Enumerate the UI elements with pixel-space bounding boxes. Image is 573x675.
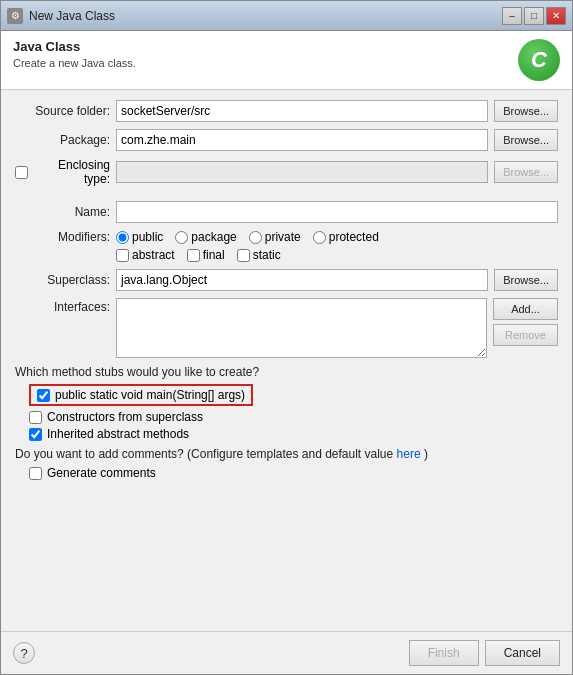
package-label: Package: [15,133,110,147]
enclosing-type-row: Enclosing type: Browse... [15,158,558,186]
form-content: Source folder: Browse... Package: Browse… [1,90,572,631]
package-browse-button[interactable]: Browse... [494,129,558,151]
superclass-row: Superclass: Browse... [15,269,558,291]
main-method-label[interactable]: public static void main(String[] args) [29,384,253,406]
constructors-row: Constructors from superclass [29,410,558,424]
generate-comments-label: Generate comments [47,466,156,480]
header-section: Java Class Create a new Java class. C [1,31,572,90]
minimize-button[interactable]: – [502,7,522,25]
header-subtitle: Create a new Java class. [13,57,136,69]
main-method-row: public static void main(String[] args) [29,384,558,406]
modifier-final[interactable]: final [187,248,225,262]
interfaces-input[interactable] [116,298,487,358]
modifiers-radio-group: public package private protected [116,230,379,244]
modifier-checks-row: abstract final static [116,248,558,262]
superclass-label: Superclass: [15,273,110,287]
title-bar-left: ⚙ New Java Class [7,8,115,24]
superclass-input[interactable] [116,269,488,291]
stubs-question: Which method stubs would you like to cre… [15,365,558,379]
inherited-row: Inherited abstract methods [29,427,558,441]
close-button[interactable]: ✕ [546,7,566,25]
constructors-checkbox[interactable] [29,411,42,424]
maximize-button[interactable]: □ [524,7,544,25]
package-row: Package: Browse... [15,129,558,151]
remove-interface-button[interactable]: Remove [493,324,558,346]
interfaces-buttons: Add... Remove [493,298,558,346]
java-class-icon: C [518,39,560,81]
interfaces-label: Interfaces: [15,298,110,314]
stubs-section: Which method stubs would you like to cre… [15,365,558,441]
name-row: Name: [15,201,558,223]
generate-comments-row: Generate comments [29,466,558,480]
enclosing-type-label: Enclosing type: [32,158,110,186]
source-folder-browse-button[interactable]: Browse... [494,100,558,122]
comments-section: Do you want to add comments? (Configure … [15,447,558,461]
header-text: Java Class Create a new Java class. [13,39,136,69]
enclosing-type-checkbox[interactable] [15,166,28,179]
modifier-public[interactable]: public [116,230,163,244]
modifier-protected[interactable]: protected [313,230,379,244]
name-label: Name: [15,205,110,219]
main-method-checkbox[interactable] [37,389,50,402]
modifier-package[interactable]: package [175,230,236,244]
header-title: Java Class [13,39,136,54]
enclosing-type-browse-button[interactable]: Browse... [494,161,558,183]
interfaces-row: Interfaces: Add... Remove [15,298,558,358]
modifiers-label: Modifiers: [15,230,110,244]
dialog-window: ⚙ New Java Class – □ ✕ Java Class Create… [0,0,573,675]
generate-comments-checkbox[interactable] [29,467,42,480]
window-icon: ⚙ [7,8,23,24]
add-interface-button[interactable]: Add... [493,298,558,320]
comments-question-end: ) [424,447,428,461]
modifier-private[interactable]: private [249,230,301,244]
name-input[interactable] [116,201,558,223]
main-method-text: public static void main(String[] args) [55,388,245,402]
superclass-browse-button[interactable]: Browse... [494,269,558,291]
inherited-text: Inherited abstract methods [47,427,189,441]
enclosing-type-input[interactable] [116,161,488,183]
comments-question: Do you want to add comments? (Configure … [15,447,393,461]
inherited-checkbox[interactable] [29,428,42,441]
title-controls: – □ ✕ [502,7,566,25]
modifier-abstract[interactable]: abstract [116,248,175,262]
constructors-text: Constructors from superclass [47,410,203,424]
window-title: New Java Class [29,9,115,23]
source-folder-row: Source folder: Browse... [15,100,558,122]
source-folder-label: Source folder: [15,104,110,118]
footer: ? Finish Cancel [1,631,572,674]
source-folder-input[interactable] [116,100,488,122]
comments-link[interactable]: here [397,447,421,461]
help-button[interactable]: ? [13,642,35,664]
modifier-static[interactable]: static [237,248,281,262]
modifiers-row: Modifiers: public package private protec… [15,230,558,244]
title-bar: ⚙ New Java Class – □ ✕ [1,1,572,31]
cancel-button[interactable]: Cancel [485,640,560,666]
footer-buttons: Finish Cancel [409,640,560,666]
finish-button[interactable]: Finish [409,640,479,666]
package-input[interactable] [116,129,488,151]
